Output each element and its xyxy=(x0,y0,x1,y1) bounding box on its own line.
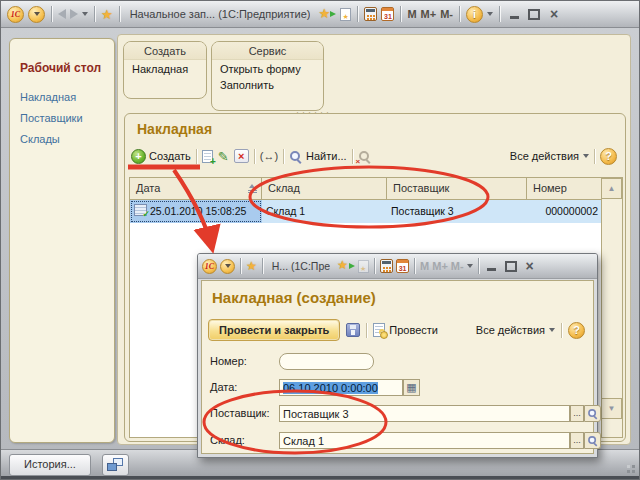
minimize-icon xyxy=(510,16,519,19)
post-document-icon xyxy=(373,323,385,337)
copy-item-button[interactable] xyxy=(202,150,213,163)
info-dropdown-icon[interactable] xyxy=(487,12,493,16)
calculator-icon[interactable] xyxy=(364,7,377,21)
supplier-input[interactable]: Поставщик 3 xyxy=(279,405,570,422)
close-button[interactable]: × xyxy=(546,5,562,23)
info-icon[interactable]: i xyxy=(466,6,483,23)
memory-mplus-button[interactable]: M+ xyxy=(432,260,448,272)
memory-mplus-button[interactable]: M+ xyxy=(421,8,437,20)
cell-date[interactable]: 25.01.2010 15:08:25 xyxy=(130,200,262,223)
warehouse-choose-button[interactable]: ... xyxy=(570,432,584,449)
divider xyxy=(357,6,358,22)
minimize-button[interactable] xyxy=(484,257,500,275)
maximize-button[interactable] xyxy=(503,257,519,275)
remote-session-button[interactable] xyxy=(102,454,129,476)
memory-m-button[interactable]: M xyxy=(407,8,416,20)
sidebar-item-nakladnaya[interactable]: Накладная xyxy=(20,91,114,103)
goto-favorites-icon[interactable]: ★ xyxy=(337,259,355,273)
cell-supplier[interactable]: Поставщик 3 xyxy=(387,200,527,223)
command-group-title: Создать xyxy=(124,42,206,60)
post-button[interactable]: Провести xyxy=(373,323,438,337)
memory-mminus-button[interactable]: M- xyxy=(440,8,453,20)
command-group-title: Сервис xyxy=(212,42,323,60)
favorites-icon[interactable]: ★ xyxy=(101,8,113,21)
add-favorite-icon[interactable] xyxy=(358,260,369,273)
dialog-menu-button[interactable] xyxy=(220,259,235,274)
history-dropdown-icon[interactable] xyxy=(82,12,88,16)
command-open-form[interactable]: Открыть форму xyxy=(212,60,323,76)
help-button[interactable]: ? xyxy=(568,322,585,339)
forward-button[interactable] xyxy=(70,9,78,19)
memory-mminus-button[interactable]: M- xyxy=(451,260,464,272)
favorites-icon[interactable]: ★ xyxy=(246,260,257,273)
divider xyxy=(478,258,479,274)
field-label: Склад: xyxy=(210,434,245,446)
main-menu-button[interactable] xyxy=(28,6,45,23)
add-favorite-icon[interactable] xyxy=(340,8,351,21)
sidebar-item-postavshchiki[interactable]: Поставщики xyxy=(20,112,114,124)
close-button[interactable]: × xyxy=(522,257,538,275)
back-button[interactable] xyxy=(58,9,66,19)
column-header-date[interactable]: Дата xyxy=(130,178,262,199)
post-and-close-button[interactable]: Провести и закрыть xyxy=(208,319,340,341)
supplier-choose-button[interactable]: ... xyxy=(570,405,584,422)
cell-warehouse[interactable]: Склад 1 xyxy=(262,200,387,223)
app-window: 1С ★ Начальное зап... (1С:Предприятие) ★… xyxy=(0,0,640,480)
scroll-up-button[interactable]: ▲ xyxy=(602,178,622,199)
list-title: Накладная xyxy=(137,121,212,137)
warehouse-input[interactable]: Склад 1 xyxy=(279,432,570,449)
maximize-icon xyxy=(528,9,540,20)
find-button[interactable]: Найти... xyxy=(289,150,347,163)
command-create-nakladnaya[interactable]: Накладная xyxy=(124,60,206,76)
save-icon[interactable] xyxy=(346,323,360,337)
help-button[interactable]: ? xyxy=(600,148,617,165)
scroll-down-button[interactable]: ▼ xyxy=(602,398,622,419)
dialog-titlebar: 1С ★ Н... (1С:Пре ★ 31 M M+ M- × xyxy=(198,254,597,279)
all-actions-button[interactable]: Все действия xyxy=(510,150,589,162)
memory-m-button[interactable]: M xyxy=(420,260,429,272)
divider xyxy=(366,323,367,338)
divider xyxy=(374,258,375,274)
field-label: Номер: xyxy=(210,355,247,367)
all-actions-button[interactable]: Все действия xyxy=(476,324,555,336)
command-fill[interactable]: Заполнить xyxy=(212,76,323,92)
sidebar-panel: Рабочий стол Накладная Поставщики Склады xyxy=(9,38,115,443)
divider xyxy=(400,6,401,22)
field-label: Поставщик: xyxy=(210,407,269,419)
vertical-scrollbar[interactable]: ▲ ▼ xyxy=(601,178,622,437)
column-header-number[interactable]: Номер xyxy=(527,178,602,199)
cell-number[interactable]: 000000002 xyxy=(527,200,602,223)
chevron-down-icon[interactable] xyxy=(467,264,473,268)
chevron-down-icon xyxy=(34,12,40,16)
date-input[interactable]: 06.10.2010 0:00:00 xyxy=(279,379,403,396)
warehouse-search-button[interactable] xyxy=(584,432,601,449)
minimize-icon xyxy=(487,268,496,271)
table-row[interactable]: 25.01.2010 15:08:25 Склад 1 Поставщик 3 … xyxy=(130,200,602,223)
main-titlebar: 1С ★ Начальное зап... (1С:Предприятие) ★… xyxy=(1,1,639,28)
supplier-search-button[interactable] xyxy=(584,405,601,422)
column-resize-icon[interactable]: (↔) xyxy=(260,150,278,162)
calendar-icon[interactable]: 31 xyxy=(396,259,409,273)
delete-button[interactable]: × xyxy=(234,149,249,163)
edit-button[interactable]: ✎ xyxy=(218,150,229,163)
column-header-warehouse[interactable]: Склад xyxy=(262,178,387,199)
search-icon xyxy=(289,150,302,163)
number-input[interactable] xyxy=(279,353,374,370)
calendar-icon[interactable]: 31 xyxy=(381,7,394,21)
cancel-search-icon[interactable]: × xyxy=(358,150,371,163)
goto-favorites-icon[interactable]: ★ xyxy=(318,7,336,21)
minimize-button[interactable] xyxy=(506,5,522,23)
calculator-icon[interactable] xyxy=(380,259,393,273)
column-header-supplier[interactable]: Поставщик xyxy=(387,178,527,199)
chevron-down-icon xyxy=(549,328,555,332)
date-picker-button[interactable]: ▦ xyxy=(403,379,420,396)
sidebar-item-sklady[interactable]: Склады xyxy=(20,133,114,145)
divider xyxy=(262,258,263,274)
divider xyxy=(499,6,500,22)
divider xyxy=(561,323,562,338)
divider xyxy=(196,149,197,164)
history-button[interactable]: История... xyxy=(9,454,91,476)
resize-grip[interactable] xyxy=(623,461,635,473)
maximize-button[interactable] xyxy=(526,5,542,23)
create-button[interactable]: Создать xyxy=(131,149,191,164)
